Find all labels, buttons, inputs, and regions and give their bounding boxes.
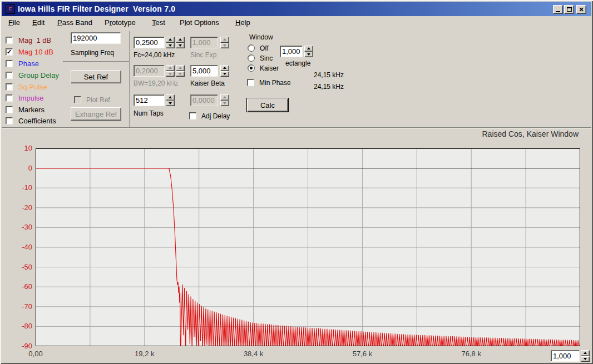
spin-down-button[interactable] [220,71,229,77]
bw-input: 0,2000 [134,65,165,77]
x-tick-label: 19,2 k [125,350,164,358]
spin-down-button [166,71,175,77]
spin-up-button [220,94,229,101]
set-ref-button[interactable]: Set Ref [71,70,121,83]
plot-title: Raised Cos, Kaiser Window [389,129,579,138]
panel-divider [2,127,591,128]
spin-down-button[interactable] [176,43,185,49]
minimize-button[interactable] [553,5,563,14]
checkbox-label: Group Delay [18,71,59,79]
spin-up-button[interactable] [176,37,185,43]
spin-up-button [166,65,175,71]
close-icon: ✕ [579,7,584,12]
arrow-up-icon [169,38,172,41]
close-button[interactable]: ✕ [576,5,586,14]
fc-coarse-spinner [166,37,175,48]
spin-up-button[interactable] [166,37,175,43]
exchange-ref-button: Exhange Ref [71,107,121,121]
minimize-icon [556,11,560,12]
menu-prototype[interactable]: Prototype [105,18,136,27]
menu-plot-options[interactable]: Plot Options [180,18,219,27]
edge-freq-readout-2: 24,15 kHz [314,83,344,91]
sinc-exp-label: Sinc Exp [190,51,216,59]
arrow-down-icon [169,44,172,47]
spin-up-button[interactable] [304,46,313,52]
arrow-up-icon [223,67,226,69]
window-sinc-radio[interactable] [248,54,255,62]
checkbox-markers[interactable] [6,106,13,113]
checkbox-impulse[interactable] [6,94,13,102]
arrow-up-icon [223,38,226,41]
bw-label: BW=19,20 kHz [134,79,178,87]
maximize-icon [567,7,572,12]
radio-dot-icon [250,67,253,69]
menu-file[interactable]: File [8,18,20,27]
arrow-up-icon [169,96,172,98]
adj-delay-checkbox[interactable] [189,112,196,119]
spin-up-button[interactable] [581,350,590,356]
y-tick-label: 10 [11,144,32,152]
spin-down-button[interactable] [166,43,175,49]
spin-down-button[interactable] [304,52,313,58]
min-phase-label: Min Phase [259,79,291,87]
checkbox-mag-10-db[interactable]: ✓ [6,48,13,56]
arrow-down-icon [223,73,226,75]
checkbox-label: Markers [18,106,45,114]
checkbox-label: Coefficients [18,117,56,125]
menu-help[interactable]: Help [235,18,250,27]
sinc-exp-spinner [220,37,229,48]
min-phase-checkbox[interactable] [247,79,254,86]
sinc-exp-input: 1,000 [190,37,218,48]
checkbox-label: Sq Pulse [18,83,47,91]
menu-edit[interactable]: Edit [32,18,45,27]
arrow-down-icon [169,102,172,104]
x-tick-label: 57,6 k [343,350,382,358]
window-off-label: Off [260,44,269,52]
y-tick-label: -10 [11,183,32,192]
sampling-freq-input[interactable]: 192000 [71,32,121,44]
y-tick-label: -80 [11,322,32,330]
adj-delay-spinner [220,94,229,106]
window-param-input[interactable]: 1,000 [280,46,303,57]
y-tick-label: -70 [11,302,32,311]
checkbox-group-delay[interactable] [6,72,13,79]
arrow-down-icon [179,44,182,47]
arrow-down-icon [223,102,226,104]
num-taps-spinner [166,94,175,106]
title-bar[interactable]: F Iowa Hills FIR Filter Designer Version… [2,2,591,16]
arrow-down-icon [169,73,172,75]
spin-up-button[interactable] [220,65,229,71]
kaiser-beta-label: Kaiser Beta [190,79,225,87]
num-taps-label: Num Taps [134,109,164,117]
checkbox-coefficients[interactable] [6,117,13,124]
menu-pass-band[interactable]: Pass Band [57,18,92,27]
window-sinc-label: Sinc [260,54,273,62]
checkbox-phase[interactable] [6,60,13,67]
checkbox-mag-1-db[interactable] [6,37,13,44]
window-group-label: Window [249,33,273,41]
menu-test[interactable]: Test [152,18,165,27]
spin-up-button[interactable] [166,94,175,101]
num-taps-input[interactable]: 512 [134,94,165,106]
bw-fine-spinner [176,65,185,77]
arrow-down-icon [307,53,310,56]
window-kaiser-radio[interactable] [248,64,255,72]
arrow-down-icon [179,73,182,75]
panel-divider [63,61,129,62]
calc-button[interactable]: Calc [246,98,289,112]
maximize-button[interactable] [564,5,574,14]
fc-input[interactable]: 0,2500 [134,37,165,48]
window-off-radio[interactable] [248,44,255,52]
kaiser-beta-spinner [220,65,229,77]
checkbox-sq-pulse[interactable] [6,83,13,91]
plot-zoom-input[interactable]: 1,000 [551,350,580,362]
arrow-down-icon [584,358,587,360]
x-tick-label: 76,8 k [452,350,491,358]
kaiser-beta-input[interactable]: 5,000 [190,65,218,77]
spin-down-button[interactable] [581,356,590,362]
app-icon: F [6,4,15,14]
panel-divider [63,31,64,127]
spin-down-button[interactable] [166,101,175,107]
arrow-up-icon [179,67,182,69]
window-kaiser-label: Kaiser [260,64,279,72]
